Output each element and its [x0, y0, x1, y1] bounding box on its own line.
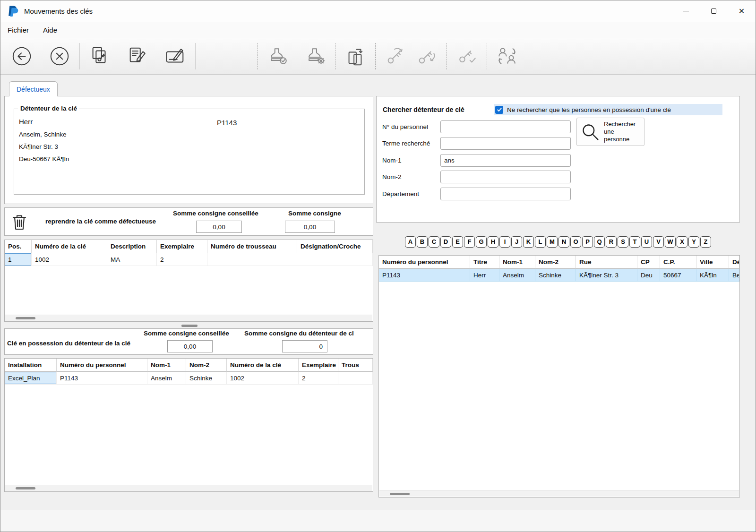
table-cell[interactable] — [297, 253, 373, 266]
table-cell[interactable]: MA — [107, 253, 157, 266]
stamp-settings-button[interactable] — [300, 42, 331, 71]
alphabet-button-l[interactable]: L — [535, 236, 546, 248]
close-button[interactable]: ✕ — [728, 0, 756, 22]
horizontal-scrollbar[interactable] — [5, 315, 372, 321]
trash-icon[interactable] — [11, 213, 27, 231]
alphabet-button-j[interactable]: J — [511, 236, 522, 248]
menu-fichier[interactable]: Fichier — [0, 22, 36, 38]
search-person-button[interactable]: Rechercher une personne — [576, 118, 644, 146]
table-cell[interactable]: KÃ¶ln — [696, 269, 729, 282]
column-header[interactable]: Dé — [729, 256, 739, 269]
alphabet-button-n[interactable]: N — [558, 236, 569, 248]
column-header[interactable]: Nom-2 — [535, 256, 576, 269]
alphabet-button-v[interactable]: V — [653, 236, 664, 248]
alphabet-button-x[interactable]: X — [677, 236, 687, 248]
edit-document-button[interactable] — [122, 42, 153, 71]
column-header[interactable]: CP — [637, 256, 660, 269]
table-cell[interactable]: P1143 — [57, 372, 147, 385]
key-return-button[interactable] — [380, 42, 411, 71]
table-cell[interactable]: 1002 — [227, 372, 299, 385]
table-cell[interactable]: Be — [729, 269, 739, 282]
stamp-approve-button[interactable] — [262, 42, 293, 71]
table-cell[interactable]: Herr — [470, 269, 499, 282]
alphabet-button-e[interactable]: E — [452, 236, 463, 248]
key-issue-button[interactable] — [411, 42, 442, 71]
name1-input[interactable] — [440, 154, 571, 167]
table-cell[interactable]: Deu — [637, 269, 660, 282]
alphabet-button-m[interactable]: M — [547, 236, 558, 248]
table-cell[interactable]: Schinke — [535, 269, 576, 282]
alphabet-button-s[interactable]: S — [618, 236, 628, 248]
table-cell[interactable]: P1143 — [379, 269, 470, 282]
alphabet-button-q[interactable]: Q — [594, 236, 605, 248]
alphabet-button-r[interactable]: R — [606, 236, 617, 248]
column-header[interactable]: Numéro de la clé — [32, 240, 107, 253]
alphabet-button-w[interactable]: W — [665, 236, 676, 248]
tab-defectueux[interactable]: Défectueux — [9, 81, 58, 96]
possession-only-checkbox[interactable] — [495, 106, 503, 114]
possession-advised-field[interactable]: 0,00 — [167, 340, 213, 352]
alphabet-button-g[interactable]: G — [476, 236, 487, 248]
table-cell[interactable]: Anselm — [147, 372, 186, 385]
alphabet-button-z[interactable]: Z — [700, 236, 711, 248]
table-cell[interactable]: Schinke — [186, 372, 227, 385]
column-header[interactable]: Pos. — [5, 240, 32, 253]
alphabet-button-u[interactable]: U — [641, 236, 652, 248]
column-header[interactable]: C.P. — [660, 256, 696, 269]
column-header[interactable]: Exemplaire — [157, 240, 207, 253]
department-input[interactable] — [440, 188, 571, 200]
scrollbar-thumb[interactable] — [16, 487, 35, 489]
possession-holder-deposit-field[interactable]: 0 — [282, 340, 327, 352]
alphabet-button-c[interactable]: C — [429, 236, 439, 248]
scrollbar-thumb[interactable] — [16, 317, 35, 319]
sign-button[interactable] — [160, 42, 191, 71]
maximize-button[interactable] — [700, 0, 728, 22]
column-header[interactable]: Nom-1 — [147, 359, 186, 372]
column-header[interactable]: Exemplaire — [299, 359, 338, 372]
alphabet-button-b[interactable]: B — [417, 236, 428, 248]
column-header[interactable]: Titre — [470, 256, 499, 269]
search-term-input[interactable] — [440, 137, 571, 150]
cancel-button[interactable] — [44, 42, 75, 71]
table-cell[interactable]: Excel_Plan — [5, 372, 57, 385]
back-button[interactable] — [6, 42, 37, 71]
horizontal-scrollbar[interactable] — [379, 490, 739, 497]
splitter-grip[interactable] — [181, 325, 198, 327]
alphabet-button-f[interactable]: F — [464, 236, 475, 248]
personnel-number-input[interactable] — [440, 120, 571, 133]
key-verify-button[interactable] — [451, 42, 482, 71]
column-header[interactable]: Rue — [576, 256, 637, 269]
horizontal-scrollbar[interactable] — [5, 485, 372, 491]
alphabet-button-o[interactable]: O — [570, 236, 581, 248]
card-transfer-button[interactable] — [340, 42, 371, 71]
column-header[interactable]: Numéro du personnel — [57, 359, 147, 372]
alphabet-button-y[interactable]: Y — [688, 236, 699, 248]
column-header[interactable]: Nom-1 — [499, 256, 535, 269]
person-transfer-button[interactable] — [491, 42, 523, 71]
name2-input[interactable] — [440, 171, 571, 183]
table-cell[interactable]: 1002 — [32, 253, 107, 266]
column-header[interactable]: Nom-2 — [186, 359, 227, 372]
alphabet-button-a[interactable]: A — [405, 236, 416, 248]
column-header[interactable]: Numéro de trousseau — [207, 240, 297, 253]
column-header[interactable]: Trous — [338, 359, 373, 372]
column-header[interactable]: Numéro du personnel — [379, 256, 470, 269]
table-cell[interactable]: Anselm — [499, 269, 535, 282]
column-header[interactable]: Désignation/Croche — [297, 240, 373, 253]
table-cell[interactable]: KÃ¶lner Str. 3 — [576, 269, 637, 282]
menu-aide[interactable]: Aide — [36, 22, 64, 38]
deposit-field[interactable]: 0,00 — [285, 221, 335, 233]
minimize-button[interactable] — [672, 0, 700, 22]
table-cell[interactable] — [338, 372, 373, 385]
copy-key-button[interactable] — [84, 42, 115, 71]
column-header[interactable]: Ville — [696, 256, 729, 269]
column-header[interactable]: Description — [107, 240, 157, 253]
alphabet-button-h[interactable]: H — [488, 236, 498, 248]
alphabet-button-d[interactable]: D — [440, 236, 451, 248]
alphabet-button-p[interactable]: P — [582, 236, 593, 248]
column-header[interactable]: Installation — [5, 359, 57, 372]
alphabet-button-t[interactable]: T — [629, 236, 640, 248]
alphabet-button-k[interactable]: K — [523, 236, 534, 248]
table-cell[interactable]: 2 — [299, 372, 338, 385]
table-cell[interactable]: 1 — [5, 253, 32, 266]
